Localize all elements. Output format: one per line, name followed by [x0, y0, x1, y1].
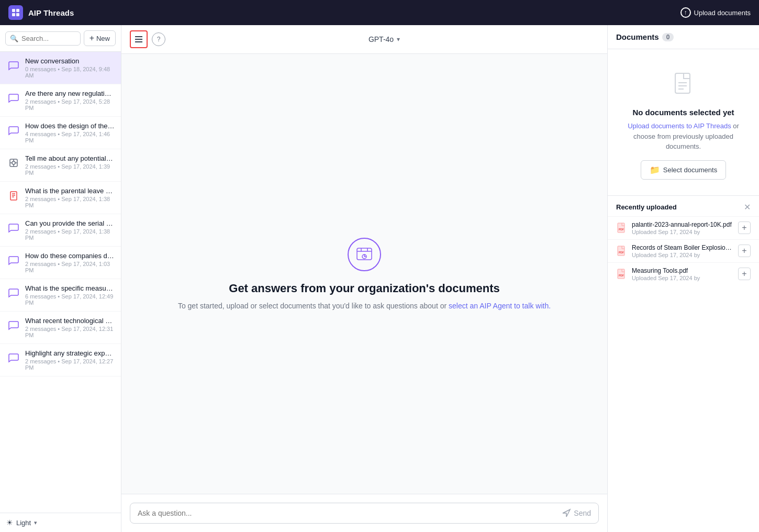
menu-button[interactable] — [130, 30, 148, 48]
main-layout: 🔍 + New New conversation 0 messages • Se… — [0, 25, 759, 532]
center-hero-icon — [348, 238, 381, 271]
close-recently-button[interactable]: ✕ — [744, 202, 751, 212]
no-documents-section: No documents selected yet Upload documen… — [608, 49, 759, 196]
file-info: palantir-2023-annual-report-10K.pdf Uplo… — [632, 221, 734, 235]
conversation-content: What is the parental leave policy? 2 mes… — [25, 187, 115, 208]
search-input[interactable] — [21, 35, 76, 42]
right-panel: Documents 0 No documents selected yet Up… — [607, 25, 759, 532]
conversation-title: Are there any new regulations ap... — [25, 90, 115, 97]
add-file-button[interactable]: + — [738, 245, 751, 257]
upload-documents-button[interactable]: ↑ Upload documents — [680, 7, 751, 18]
no-docs-title: No documents selected yet — [632, 108, 734, 117]
conversation-content: How do these companies describ... 2 mess… — [25, 252, 115, 273]
recently-header: Recently uploaded ✕ — [608, 196, 759, 216]
sidebar-search-row: 🔍 + New — [0, 25, 121, 52]
theme-selector[interactable]: ☀ Light ▾ — [6, 518, 37, 527]
select-docs-label: Select documents — [663, 166, 717, 174]
send-button[interactable]: Send — [562, 508, 591, 518]
file-info: Measuring Tools.pdf Uploaded Sep 17, 202… — [632, 267, 734, 281]
select-documents-button[interactable]: 📁 Select documents — [641, 160, 726, 180]
upload-link[interactable]: Upload documents to AIP Threads — [628, 122, 731, 130]
model-selector[interactable]: GPT-4o ▾ — [369, 35, 400, 43]
conversation-title: Can you provide the serial numb... — [25, 219, 115, 227]
conversation-icon — [6, 350, 21, 365]
hero-subtitle: To get started, upload or select documen… — [178, 302, 551, 310]
file-name: palantir-2023-annual-report-10K.pdf — [632, 221, 734, 228]
no-docs-icon — [669, 70, 698, 99]
conversation-icon — [6, 58, 21, 73]
file-info: Records of Steam Boiler Explosion... Upl… — [632, 244, 734, 258]
top-header: AIP Threads ↑ Upload documents — [0, 0, 759, 25]
add-file-button[interactable]: + — [738, 221, 751, 234]
recent-file-item: PDF Records of Steam Boiler Explosion...… — [608, 239, 759, 262]
sidebar: 🔍 + New New conversation 0 messages • Se… — [0, 25, 121, 532]
conversation-title: Tell me about any potential disr... — [25, 154, 115, 162]
documents-title: Documents — [616, 32, 659, 41]
recently-title: Recently uploaded — [616, 203, 677, 211]
upload-label: Upload documents — [694, 9, 751, 17]
model-chevron-icon: ▾ — [397, 36, 400, 43]
conversation-content: What recent technological advan... 2 mes… — [25, 317, 115, 338]
search-box[interactable]: 🔍 — [5, 31, 81, 46]
conversation-icon — [6, 253, 21, 268]
recent-files-list: PDF palantir-2023-annual-report-10K.pdf … — [608, 216, 759, 285]
svg-rect-2 — [12, 13, 15, 16]
conversation-item[interactable]: What recent technological advan... 2 mes… — [0, 312, 121, 344]
conversation-title: Highlight any strategic expansion... — [25, 349, 115, 357]
conversation-title: New conversation — [25, 57, 115, 65]
conversation-content: Highlight any strategic expansion... 2 m… — [25, 349, 115, 371]
conversation-meta: 2 messages • Sep 17, 2024, 1:38 PM — [25, 196, 115, 208]
svg-point-5 — [12, 161, 15, 164]
conversation-list: New conversation 0 messages • Sep 18, 20… — [0, 52, 121, 513]
file-name: Records of Steam Boiler Explosion... — [632, 244, 734, 251]
file-meta: Uploaded Sep 17, 2024 by — [632, 252, 734, 258]
conversation-icon — [6, 285, 21, 300]
conversation-meta: 2 messages • Sep 17, 2024, 1:38 PM — [25, 228, 115, 241]
sidebar-footer: ☀ Light ▾ — [0, 513, 121, 532]
conversation-item[interactable]: How does the design of the taper ... 4 m… — [0, 117, 121, 149]
documents-header: Documents 0 — [608, 25, 759, 49]
info-button[interactable]: ? — [152, 32, 165, 46]
conversation-item[interactable]: Highlight any strategic expansion... 2 m… — [0, 344, 121, 376]
conversation-title: How does the design of the taper ... — [25, 122, 115, 130]
conversation-item[interactable]: How do these companies describ... 2 mess… — [0, 247, 121, 279]
conversation-icon — [6, 156, 21, 170]
conversation-meta: 2 messages • Sep 17, 2024, 12:31 PM — [25, 326, 115, 338]
agent-link[interactable]: select an AIP Agent to talk with. — [449, 302, 551, 310]
app-title: AIP Threads — [28, 8, 74, 17]
new-conversation-button[interactable]: + New — [84, 30, 116, 46]
conversation-item[interactable]: New conversation 0 messages • Sep 18, 20… — [0, 52, 121, 84]
conversation-item[interactable]: What is the parental leave policy? 2 mes… — [0, 182, 121, 214]
file-name: Measuring Tools.pdf — [632, 267, 734, 274]
theme-label: Light — [16, 519, 31, 527]
chat-input-box: Send — [130, 503, 599, 524]
pdf-icon: PDF — [616, 268, 628, 280]
center-panel: ? GPT-4o ▾ Get answers from your organiz… — [121, 25, 607, 532]
chat-input-area: Send — [121, 494, 607, 532]
chat-input[interactable] — [138, 509, 562, 517]
conversation-title: What is the specific measuremen... — [25, 284, 115, 292]
conversation-title: What recent technological advan... — [25, 317, 115, 325]
svg-rect-0 — [12, 9, 15, 12]
conversation-item[interactable]: What is the specific measuremen... 6 mes… — [0, 279, 121, 312]
svg-text:PDF: PDF — [619, 274, 624, 277]
conversation-meta: 6 messages • Sep 17, 2024, 12:49 PM — [25, 293, 115, 306]
upload-icon: ↑ — [680, 7, 691, 18]
conversation-content: What is the specific measuremen... 6 mes… — [25, 284, 115, 306]
folder-icon: 📁 — [650, 165, 660, 175]
conversation-icon — [6, 318, 21, 332]
pdf-icon: PDF — [616, 245, 628, 257]
conversation-item[interactable]: Can you provide the serial numb... 2 mes… — [0, 214, 121, 247]
conversation-content: Can you provide the serial numb... 2 mes… — [25, 219, 115, 241]
app-icon — [8, 5, 23, 20]
recently-uploaded-section: Recently uploaded ✕ PDF palantir-2023-an… — [608, 196, 759, 533]
conversation-title: What is the parental leave policy? — [25, 187, 115, 195]
conversation-item[interactable]: Tell me about any potential disr... 2 me… — [0, 149, 121, 182]
hero-title: Get answers from your organization's doc… — [229, 282, 499, 295]
add-file-button[interactable]: + — [738, 268, 751, 280]
conversation-title: How do these companies describ... — [25, 252, 115, 260]
svg-rect-10 — [10, 192, 17, 200]
conversation-item[interactable]: Are there any new regulations ap... 2 me… — [0, 84, 121, 117]
conversation-meta: 2 messages • Sep 17, 2024, 12:27 PM — [25, 358, 115, 371]
search-icon: 🔍 — [10, 35, 18, 42]
